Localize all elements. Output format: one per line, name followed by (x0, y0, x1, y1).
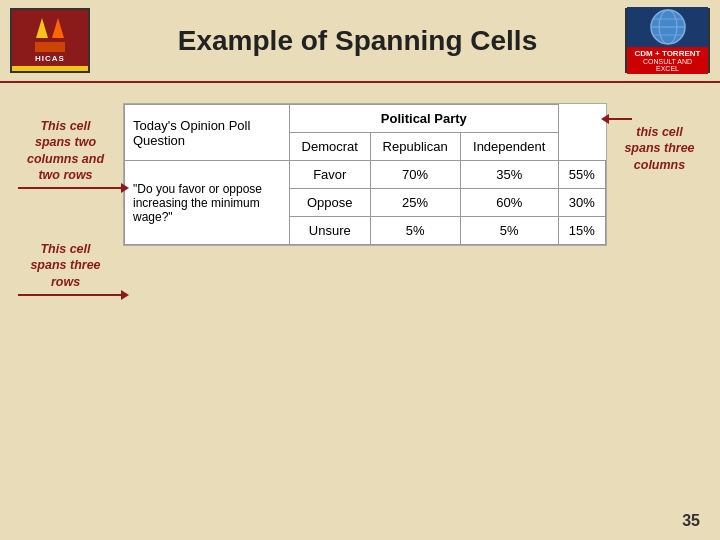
logo-right-text1: CDM + TORRENT (631, 49, 704, 58)
title-area: Example of Spanning Cells (90, 25, 625, 57)
page-number: 35 (682, 512, 700, 530)
right-annotations: this cell spans three columns (607, 103, 712, 173)
logo-left: HICAS (10, 8, 90, 73)
page-title: Example of Spanning Cells (90, 25, 625, 57)
cell-favor-rep: 35% (460, 161, 558, 189)
annotation-spans-two-columns: This cell spans two columns and two rows (8, 118, 123, 189)
cell-oppose-ind: 30% (558, 189, 605, 217)
cell-unsure-label: Unsure (290, 217, 371, 245)
logo-right: CDM + TORRENT CONSULT AND EXCEL (625, 8, 710, 73)
ann2-line3: rows (51, 274, 80, 290)
ann2-line1: This cell (40, 241, 90, 257)
cell-unsure-dem: 5% (370, 217, 460, 245)
right-ann-line1: this cell (607, 124, 712, 140)
cell-oppose-label: Oppose (290, 189, 371, 217)
cell-unsure-ind: 15% (558, 217, 605, 245)
left-annotations: This cell spans two columns and two rows… (8, 103, 123, 296)
table-row-header: Today's Opinion Poll Question Political … (125, 105, 606, 133)
ann1-line3: columns and (27, 151, 104, 167)
cell-favor-label: Favor (290, 161, 371, 189)
data-table: Today's Opinion Poll Question Political … (124, 104, 606, 245)
annotation-spans-three-rows: This cell spans three rows (8, 241, 123, 296)
cell-oppose-dem: 25% (370, 189, 460, 217)
cell-political-party: Political Party (290, 105, 559, 133)
cell-unsure-rep: 5% (460, 217, 558, 245)
top-area: HICAS Example of Spanning Cells (0, 0, 720, 83)
ann1-line1: This cell (40, 118, 90, 134)
right-ann-line2: spans three (607, 140, 712, 156)
cell-oppose-rep: 60% (460, 189, 558, 217)
right-ann-line3: columns (607, 157, 712, 173)
cell-favor-ind: 55% (558, 161, 605, 189)
cell-favor-dem: 70% (370, 161, 460, 189)
ann1-line2: spans two (35, 134, 96, 150)
ann1-line4: two rows (38, 167, 92, 183)
cell-republican: Republican (370, 133, 460, 161)
cell-question-text: "Do you favor or oppose increasing the m… (125, 161, 290, 245)
cell-democrat: Democrat (290, 133, 371, 161)
cell-independent: Independent (460, 133, 558, 161)
ann2-line2: spans three (30, 257, 100, 273)
slide: HICAS Example of Spanning Cells (0, 0, 720, 540)
cell-opinion-question: Today's Opinion Poll Question (125, 105, 290, 161)
logo-right-text2: CONSULT AND EXCEL (631, 58, 704, 72)
table-container: Today's Opinion Poll Question Political … (123, 103, 607, 246)
table-row-favor: "Do you favor or oppose increasing the m… (125, 161, 606, 189)
